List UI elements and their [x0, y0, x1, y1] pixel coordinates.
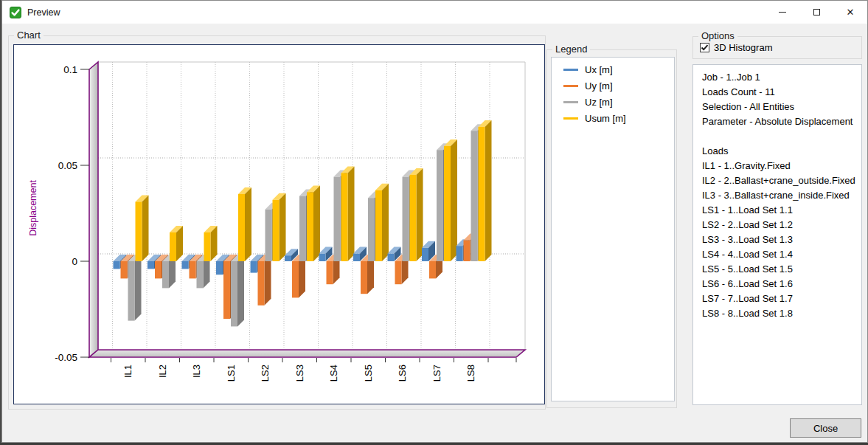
- checkmark-icon: [701, 44, 709, 52]
- window-controls: ✕: [765, 1, 867, 24]
- minimize-icon: [779, 12, 786, 13]
- preview-dialog: Preview ✕ Chart 0.10.050-0.05IL1IL2IL3LS…: [1, 0, 868, 443]
- close-window-button[interactable]: ✕: [833, 1, 867, 24]
- legend-label: Ux [m]: [585, 64, 613, 75]
- svg-text:Displacement: Displacement: [28, 180, 38, 236]
- legend-item: Uz [m]: [552, 94, 674, 110]
- legend-list: Ux [m]Uy [m]Uz [m]Usum [m]: [551, 57, 675, 401]
- info-line: LS5 - 5..Load Set 1.5: [702, 262, 861, 277]
- info-line: LS3 - 3..Load Set 1.3: [702, 232, 861, 247]
- info-line: Job - 1..Job 1: [702, 70, 861, 85]
- info-line: LS8 - 8..Load Set 1.8: [702, 306, 861, 321]
- info-line: LS1 - 1..Load Set 1.1: [702, 203, 861, 218]
- info-line: LS6 - 6..Load Set 1.6: [702, 277, 861, 292]
- svg-text:LS2: LS2: [260, 365, 271, 382]
- svg-text:LS3: LS3: [294, 365, 305, 382]
- svg-text:LS6: LS6: [397, 365, 408, 382]
- legend-item: Uy [m]: [552, 77, 674, 94]
- info-line: Selection - All Entities: [702, 100, 861, 114]
- svg-text:LS8: LS8: [465, 365, 476, 382]
- legend-item: Ux [m]: [552, 61, 674, 77]
- info-line: [702, 129, 861, 144]
- legend-label: Uz [m]: [585, 97, 613, 108]
- legend-label: Uy [m]: [585, 80, 613, 92]
- minimize-button[interactable]: [765, 1, 799, 24]
- info-line: LS2 - 2..Load Set 1.2: [702, 218, 861, 232]
- legend-swatch: [563, 69, 578, 71]
- svg-text:LS1: LS1: [226, 365, 237, 382]
- histogram-3d-chart: 0.10.050-0.05IL1IL2IL3LS1LS2LS3LS4LS5LS6…: [14, 45, 544, 404]
- info-line: Loads Count - 11: [702, 85, 861, 100]
- options-group-label: Options: [698, 30, 737, 41]
- chart-area: 0.10.050-0.05IL1IL2IL3LS1LS2LS3LS4LS5LS6…: [13, 44, 545, 404]
- info-line: Parameter - Absolute Displacement: [702, 114, 861, 129]
- svg-text:0: 0: [72, 256, 77, 267]
- svg-text:IL1: IL1: [122, 365, 133, 378]
- info-line: IL2 - 2..Ballast+crane_outside.Fixed: [702, 173, 861, 188]
- close-button[interactable]: Close: [790, 418, 861, 438]
- histogram-3d-checkbox[interactable]: [700, 43, 709, 52]
- app-check-icon: [10, 7, 21, 18]
- svg-text:0.1: 0.1: [63, 64, 77, 75]
- maximize-button[interactable]: [799, 1, 833, 24]
- svg-text:LS5: LS5: [363, 365, 374, 382]
- info-line: IL3 - 3..Ballast+crane_inside.Fixed: [702, 188, 861, 203]
- legend-group-label: Legend: [552, 44, 590, 55]
- svg-text:LS4: LS4: [328, 365, 339, 382]
- svg-text:IL2: IL2: [157, 365, 168, 378]
- histogram-3d-checkbox-label: 3D Histogram: [714, 42, 772, 53]
- histogram-3d-checkbox-row: 3D Histogram: [700, 42, 772, 53]
- info-line: Loads: [702, 144, 861, 159]
- legend-item: Usum [m]: [552, 110, 674, 126]
- svg-text:IL3: IL3: [191, 365, 202, 378]
- info-line: IL1 - 1..Gravity.Fixed: [702, 159, 861, 173]
- info-line: LS4 - 4..Load Set 1.4: [702, 247, 861, 262]
- job-info-panel: Job - 1..Job 1Loads Count - 11Selection …: [692, 64, 862, 405]
- titlebar: Preview ✕: [2, 1, 867, 24]
- window-title: Preview: [27, 7, 60, 18]
- maximize-icon: [813, 9, 820, 15]
- svg-text:-0.05: -0.05: [55, 352, 77, 363]
- legend-swatch: [563, 85, 578, 87]
- close-icon: ✕: [847, 7, 855, 18]
- svg-text:0.05: 0.05: [58, 160, 77, 171]
- legend-swatch: [563, 101, 578, 103]
- legend-swatch: [563, 117, 578, 120]
- svg-text:LS7: LS7: [431, 365, 442, 382]
- info-line: LS7 - 7..Load Set 1.7: [702, 292, 861, 306]
- chart-group-label: Chart: [14, 30, 44, 41]
- legend-label: Usum [m]: [585, 113, 626, 124]
